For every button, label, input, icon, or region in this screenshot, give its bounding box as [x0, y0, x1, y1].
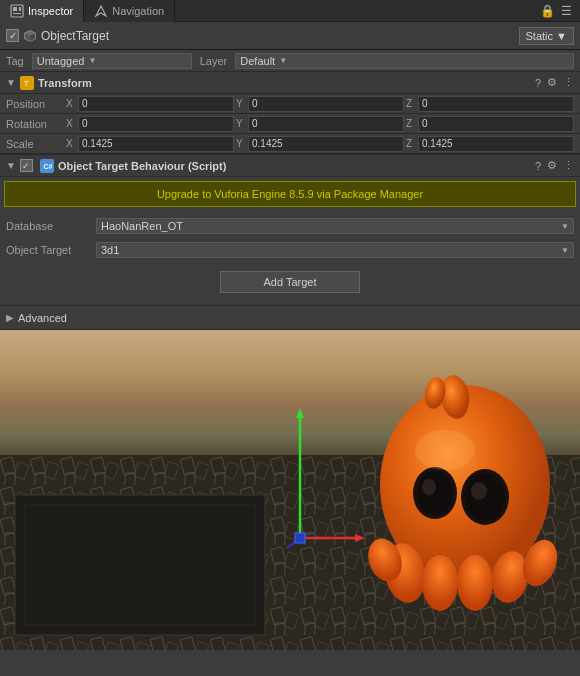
transform-header: ▼ T Transform ? ⚙ ⋮ [0, 72, 580, 94]
transform-component: ▼ T Transform ? ⚙ ⋮ Position X 0 Y 0 [0, 72, 580, 155]
tag-dropdown[interactable]: Untagged ▼ [32, 53, 192, 69]
rotation-row: Rotation X Y Z [0, 114, 580, 134]
scale-z-input[interactable] [418, 136, 574, 152]
svg-marker-36 [296, 408, 304, 418]
svg-text:C#: C# [43, 163, 52, 170]
rotation-y-input[interactable] [248, 116, 404, 132]
scale-z-label: Z [406, 138, 416, 149]
rotation-z-label: Z [406, 118, 416, 129]
database-dropdown[interactable]: HaoNanRen_OT ▼ [96, 218, 574, 234]
svg-rect-1 [13, 7, 17, 11]
script-help-icon[interactable]: ? [535, 160, 541, 172]
position-x-field: X 0 [66, 96, 234, 112]
transform-toggle[interactable]: ▼ [6, 77, 16, 88]
object-name-input[interactable]: ObjectTarget [41, 29, 515, 43]
tag-value: Untagged [37, 55, 85, 67]
tab-bar: Inspector Navigation 🔒 ☰ [0, 0, 580, 22]
svg-point-30 [457, 555, 493, 611]
rotation-z-input[interactable] [418, 116, 574, 132]
svg-rect-40 [295, 533, 305, 543]
object-target-dropdown[interactable]: 3d1 ▼ [96, 242, 574, 258]
axis-gizmo [285, 408, 365, 560]
rotation-z-field: Z [406, 116, 574, 132]
axis-svg [285, 408, 365, 558]
tab-right-icons: 🔒 ☰ [540, 4, 580, 18]
transform-icon: T [20, 76, 34, 90]
script-more-icon[interactable]: ⋮ [563, 159, 574, 172]
scale-row: Scale X Y Z [0, 134, 580, 154]
position-x-label: X [66, 98, 76, 109]
rotation-x-field: X [66, 116, 234, 132]
script-icon: C# [40, 159, 54, 173]
rotation-y-field: Y [236, 116, 404, 132]
script-header: ▼ C# Object Target Behaviour (Script) ? … [0, 155, 580, 177]
position-label: Position [6, 98, 66, 110]
transform-settings-icon[interactable]: ⚙ [547, 76, 557, 89]
layer-dropdown[interactable]: Default ▼ [235, 53, 574, 69]
tab-inspector[interactable]: Inspector [0, 0, 84, 22]
add-target-wrapper: Add Target [6, 263, 574, 301]
layer-value: Default [240, 55, 275, 67]
position-y-input[interactable]: 0 [248, 96, 404, 112]
scale-y-label: Y [236, 138, 246, 149]
position-z-field: Z 0 [406, 96, 574, 112]
script-toggle[interactable]: ▼ [6, 160, 16, 171]
advanced-label: Advanced [18, 312, 67, 324]
object-target-value: 3d1 [101, 244, 557, 256]
advanced-toggle-icon: ▶ [6, 312, 14, 323]
object-header: ObjectTarget Static ▼ [0, 22, 580, 50]
octopus-character [355, 345, 565, 635]
object-cube-icon [23, 29, 37, 43]
svg-point-34 [415, 430, 475, 470]
scale-label: Scale [6, 138, 66, 150]
position-z-input[interactable]: 0 [418, 96, 574, 112]
advanced-section[interactable]: ▶ Advanced [0, 306, 580, 330]
script-header-icons: ? ⚙ ⋮ [535, 159, 574, 172]
upgrade-banner[interactable]: Upgrade to Vuforia Engine 8.5.9 via Pack… [4, 181, 576, 207]
script-fields: Database HaoNanRen_OT ▼ Object Target 3d… [0, 211, 580, 305]
scale-y-field: Y [236, 136, 404, 152]
svg-point-29 [422, 555, 458, 611]
script-title: Object Target Behaviour (Script) [58, 160, 531, 172]
static-button[interactable]: Static ▼ [519, 27, 574, 45]
database-row: Database HaoNanRen_OT ▼ [6, 215, 574, 237]
transform-help-icon[interactable]: ? [535, 77, 541, 89]
upgrade-message: Upgrade to Vuforia Engine 8.5.9 via Pack… [157, 188, 423, 200]
database-dropdown-arrow: ▼ [561, 222, 569, 231]
navigation-icon [94, 4, 108, 18]
object-enabled-checkbox[interactable] [6, 29, 19, 42]
scale-fields: X Y Z [66, 136, 574, 152]
svg-point-23 [417, 471, 453, 515]
tag-layer-row: Tag Untagged ▼ Layer Default ▼ [0, 50, 580, 72]
tag-dropdown-arrow: ▼ [88, 56, 96, 65]
svg-marker-38 [355, 534, 365, 542]
database-value: HaoNanRen_OT [101, 220, 557, 232]
script-enabled-checkbox[interactable] [20, 159, 33, 172]
rotation-x-label: X [66, 118, 76, 129]
lock-icon[interactable]: 🔒 [540, 4, 555, 18]
scale-x-input[interactable] [78, 136, 234, 152]
rotation-x-input[interactable] [78, 116, 234, 132]
svg-point-26 [465, 473, 505, 521]
svg-rect-17 [15, 495, 265, 635]
position-x-input[interactable]: 0 [78, 96, 234, 112]
layer-dropdown-arrow: ▼ [279, 56, 287, 65]
rotation-fields: X Y Z [66, 116, 574, 132]
menu-icon[interactable]: ☰ [561, 4, 572, 18]
octopus-svg [355, 345, 565, 635]
svg-rect-3 [19, 7, 21, 11]
scale-y-input[interactable] [248, 136, 404, 152]
position-y-field: Y 0 [236, 96, 404, 112]
scale-z-field: Z [406, 136, 574, 152]
add-target-button[interactable]: Add Target [220, 271, 360, 293]
position-fields: X 0 Y 0 Z 0 [66, 96, 574, 112]
script-settings-icon[interactable]: ⚙ [547, 159, 557, 172]
tab-navigation[interactable]: Navigation [84, 0, 175, 22]
transform-more-icon[interactable]: ⋮ [563, 76, 574, 89]
scene-viewport [0, 330, 580, 650]
rotation-label: Rotation [6, 118, 66, 130]
svg-rect-2 [13, 13, 21, 14]
position-z-label: Z [406, 98, 416, 109]
scale-x-field: X [66, 136, 234, 152]
layer-label: Layer [200, 55, 228, 67]
